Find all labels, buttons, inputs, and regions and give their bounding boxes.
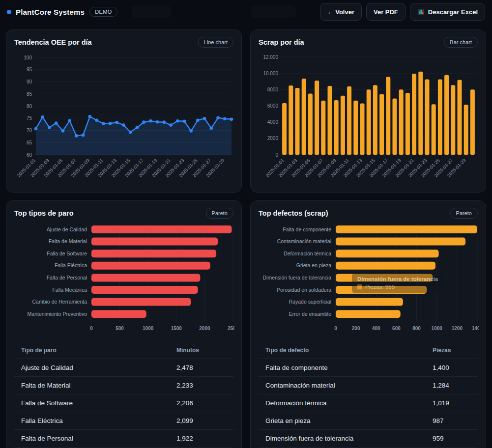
descargar-excel-label: Descargar Excel: [428, 8, 478, 16]
svg-text:1200: 1200: [452, 326, 463, 331]
table-row: Falta de Personal1,922: [14, 430, 233, 448]
defectos-table: Tipo de defectoPiezasFalta de componente…: [259, 341, 478, 448]
table-row: Dimensión fuera de tolerancia959: [259, 430, 478, 448]
descargar-excel-button[interactable]: Descargar Excel: [410, 3, 485, 21]
svg-text:2000: 2000: [267, 136, 279, 141]
svg-text:1000: 1000: [432, 326, 443, 331]
svg-text:Dimensión fuera de tolerancia: Dimensión fuera de tolerancia: [263, 275, 332, 280]
pareto-badge: Pareto: [450, 208, 478, 219]
table-cell-value: 1,400: [433, 364, 478, 371]
table-header-row: Tipo de defectoPiezas: [259, 341, 478, 359]
table-cell-value: 1,284: [433, 382, 478, 389]
svg-text:95: 95: [27, 67, 32, 72]
svg-text:65: 65: [27, 140, 32, 145]
table-cell-value: 2,233: [176, 382, 233, 389]
svg-text:90: 90: [27, 79, 32, 84]
panel-title-oee: Tendencia OEE por día: [14, 38, 92, 46]
ver-pdf-button[interactable]: Ver PDF: [366, 3, 405, 21]
svg-text:Porosidad en soldadura: Porosidad en soldadura: [277, 287, 331, 293]
header-actions: ← Volver Ver PDF Descargar Excel: [320, 3, 485, 21]
table-cell-value: 2,478: [176, 364, 233, 371]
table-row: Contaminación material1,284: [259, 377, 478, 394]
svg-text:Falta de componente: Falta de componente: [283, 226, 331, 232]
brand-dot-icon: [7, 10, 11, 14]
svg-text:1500: 1500: [171, 326, 182, 331]
svg-text:75: 75: [27, 115, 32, 121]
table-cell-label: Falta de componente: [259, 364, 433, 371]
table-cell-label: Falta de Material: [14, 382, 176, 389]
table-cell-label: Falla Eléctrica: [14, 417, 176, 424]
svg-text:Falla Mecánica: Falla Mecánica: [52, 287, 87, 293]
paro-pareto-chart[interactable]: 05001000150020002500Ajuste de CalidadFal…: [14, 222, 233, 336]
table-cell-value: 2,206: [176, 399, 233, 407]
column-header: Piezas: [433, 347, 478, 354]
ghost-placeholder: [251, 5, 296, 18]
table-cell-value: 959: [433, 435, 478, 442]
column-header: Tipo de defecto: [259, 347, 433, 354]
table-row: Falla de Software2,206: [14, 394, 233, 412]
oee-line-chart[interactable]: 60657075808590951002025-01-012025-01-032…: [14, 51, 233, 182]
panel-title-scrap: Scrap por día: [259, 38, 304, 46]
paro-table: Tipo de paroMinutosAjuste de Calidad2,47…: [14, 341, 233, 448]
svg-text:70: 70: [27, 128, 32, 133]
ver-pdf-label: Ver PDF: [374, 8, 398, 16]
table-cell-label: Falta de Personal: [14, 435, 176, 442]
table-cell-label: Falla de Software: [14, 399, 176, 407]
scrap-bar-chart[interactable]: 0200040006000800010.00012.0002025-01-012…: [259, 51, 478, 182]
svg-text:Grieta en pieza: Grieta en pieza: [296, 262, 331, 268]
svg-text:Falla Eléctrica: Falla Eléctrica: [55, 262, 87, 268]
svg-text:Deformación térmica: Deformación térmica: [284, 251, 331, 256]
table-cell-value: 2,099: [176, 417, 233, 424]
svg-text:6000: 6000: [267, 103, 279, 109]
table-cell-label: Ajuste de Calidad: [14, 364, 176, 371]
column-header: Tipo de paro: [14, 347, 176, 354]
svg-text:0: 0: [275, 152, 278, 158]
table-cell-value: 1,922: [176, 435, 233, 442]
table-row: Deformación térmica1,019: [259, 394, 478, 412]
svg-text:10.000: 10.000: [263, 71, 278, 76]
demo-badge: DEMO: [89, 7, 117, 17]
svg-text:200: 200: [352, 326, 360, 331]
table-cell-label: Contaminación material: [259, 382, 433, 389]
svg-text:4000: 4000: [267, 119, 279, 125]
svg-text:800: 800: [412, 326, 421, 331]
svg-text:Cambio de Herramienta: Cambio de Herramienta: [32, 299, 87, 305]
defectos-pareto-chart[interactable]: 0200400600800100012001400Falta de compon…: [259, 222, 478, 336]
ghost-placeholder: [132, 5, 171, 18]
svg-text:Falla de Software: Falla de Software: [47, 251, 87, 256]
svg-text:80: 80: [27, 104, 32, 109]
svg-text:0: 0: [334, 326, 337, 331]
svg-text:0: 0: [90, 326, 93, 331]
svg-text:Contaminación material: Contaminación material: [277, 238, 331, 244]
volver-label: ← Volver: [327, 8, 354, 16]
panel-scrap-daily: Scrap por día Bar chart 0200040006000800…: [250, 29, 486, 193]
app-header: PlantCore Systems DEMO ← Volver Ver PDF …: [0, 0, 492, 24]
svg-text:60: 60: [27, 152, 32, 158]
svg-text:2500: 2500: [228, 326, 234, 331]
table-header-row: Tipo de paroMinutos: [14, 341, 233, 359]
table-row: Falta de componente1,400: [259, 359, 478, 377]
dashboard-grid: Tendencia OEE por día Line chart 6065707…: [6, 29, 486, 448]
svg-text:Error de ensamble: Error de ensamble: [289, 311, 332, 317]
table-row: Falla Eléctrica2,099: [14, 412, 233, 430]
panel-title-paro: Top tipos de paro: [14, 209, 74, 217]
bar-chart-badge: Bar chart: [444, 37, 478, 48]
column-header: Minutos: [176, 347, 233, 354]
svg-text:12.000: 12.000: [263, 55, 278, 60]
table-cell-label: Dimensión fuera de tolerancia: [259, 435, 433, 442]
svg-text:400: 400: [372, 326, 380, 331]
svg-text:100: 100: [24, 55, 32, 60]
svg-text:1400: 1400: [472, 326, 479, 331]
svg-text:Mantenimiento Preventivo: Mantenimiento Preventivo: [28, 311, 87, 317]
volver-button[interactable]: ← Volver: [320, 3, 362, 21]
svg-text:600: 600: [392, 326, 401, 331]
svg-text:2000: 2000: [199, 326, 210, 331]
line-chart-badge: Line chart: [198, 37, 233, 48]
svg-text:1000: 1000: [143, 326, 154, 331]
panel-defectos-pareto: Top defectos (scrap) Pareto 020040060080…: [250, 200, 486, 448]
svg-text:Falta de Material: Falta de Material: [49, 238, 87, 244]
svg-text:Ajuste de Calidad: Ajuste de Calidad: [47, 226, 87, 232]
table-row: Ajuste de Calidad2,478: [14, 359, 233, 377]
table-cell-label: Grieta en pieza: [259, 417, 433, 424]
table-row: Grieta en pieza987: [259, 412, 478, 430]
